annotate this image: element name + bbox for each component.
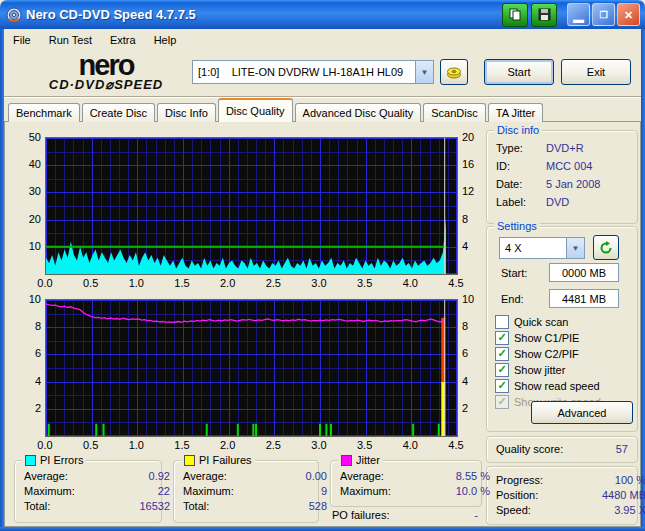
scan-speed-select[interactable]: 4 X ▼: [499, 237, 585, 259]
stat-label: Maximum:: [340, 485, 391, 497]
pi-errors-chart: 0.00.51.01.52.02.53.03.54.04.51020304050…: [8, 130, 480, 290]
tab-scandisc[interactable]: ScanDisc: [423, 103, 485, 122]
x-axis-tick: 1.0: [123, 439, 149, 451]
progress-value: 4480 MB: [602, 489, 645, 501]
menu-help[interactable]: Help: [145, 32, 186, 48]
tab-ta-jitter[interactable]: TA Jitter: [488, 103, 544, 122]
progress-rows: Progress:100 %Position:4480 MBSpeed:3.95…: [487, 467, 637, 516]
pi-errors-stats-title: PI Errors: [40, 454, 83, 466]
disc-info-value: DVD: [546, 196, 569, 208]
stat-label: Average:: [183, 470, 227, 482]
jitter-stats-rows: Average:8.55 %Maximum:10.0 %: [331, 461, 481, 497]
jitter-chart: 0.00.51.01.52.02.53.03.54.04.52468102468…: [8, 292, 480, 452]
window-title: Nero CD-DVD Speed 4.7.7.5: [26, 7, 499, 22]
exit-button[interactable]: Exit: [561, 59, 631, 85]
disc-info-row: Type:DVD+R: [487, 139, 637, 157]
x-axis-tick: 3.0: [306, 277, 332, 289]
y-axis-left-tick: 10: [15, 293, 41, 305]
disc-info-row: ID:MCC 004: [487, 157, 637, 175]
y-axis-right-tick: 4: [462, 375, 488, 387]
y-axis-left-tick: 2: [15, 402, 41, 414]
stat-label: Average:: [340, 470, 384, 482]
checkbox-quick-scan[interactable]: [495, 315, 509, 329]
start-button[interactable]: Start: [484, 59, 554, 85]
quality-score-value: 57: [616, 443, 628, 455]
checkbox-show-c2-pif[interactable]: ✓: [495, 347, 509, 361]
stat-value: 16532: [139, 500, 170, 512]
copy-icon: [509, 8, 522, 21]
x-axis-tick: 4.0: [397, 277, 423, 289]
tab-disc-quality[interactable]: Disc Quality: [218, 98, 293, 122]
progress-label: Position:: [496, 489, 538, 501]
y-axis-left-tick: 10: [15, 240, 41, 252]
app-window: Nero CD-DVD Speed 4.7.7.5 ▬ ❒ ✕ FileRun …: [0, 0, 645, 531]
checkbox-show-c1-pie[interactable]: ✓: [495, 331, 509, 345]
menu-run-test[interactable]: Run Test: [40, 32, 101, 48]
checkbox-row: ✓Show C1/PIE: [495, 331, 579, 345]
disc-info-label: Type:: [496, 142, 546, 154]
maximize-icon: ❒: [599, 10, 607, 20]
y-axis-left-tick: 8: [15, 320, 41, 332]
chevron-down-icon[interactable]: ▼: [566, 238, 584, 258]
x-axis-tick: 2.0: [215, 439, 241, 451]
jitter-stats-panel: Jitter Average:8.55 %Maximum:10.0 %: [330, 460, 482, 507]
stat-label: Maximum:: [183, 485, 234, 497]
close-icon: ✕: [624, 10, 633, 20]
stat-row: Maximum:10.0 %: [340, 485, 490, 497]
stat-row: Average:0.00: [183, 470, 327, 482]
settings-panel: Settings 4 X ▼ Start: 0000 MB End: 4481 …: [486, 226, 638, 432]
x-axis-tick: 0.0: [32, 277, 58, 289]
title-bar: Nero CD-DVD Speed 4.7.7.5 ▬ ❒ ✕: [0, 0, 645, 29]
minimize-icon: ▬: [573, 14, 584, 24]
y-axis-right-tick: 8: [462, 213, 488, 225]
drive-select[interactable]: [1:0] LITE-ON DVDRW LH-18A1H HL09 ▼: [192, 60, 434, 84]
refresh-button[interactable]: [593, 235, 619, 260]
checkbox-row: ✓Show read speed: [495, 379, 600, 393]
disc-info-rows: Type:DVD+RID:MCC 004Date:5 Jan 2008Label…: [487, 131, 637, 211]
checkbox-label: Quick scan: [514, 316, 568, 328]
tab-benchmark[interactable]: Benchmark: [8, 103, 80, 122]
stat-value: 8.55 %: [456, 470, 490, 482]
end-field[interactable]: 4481 MB: [549, 289, 619, 308]
jitter-stats-caption: Jitter: [338, 454, 383, 466]
stat-label: Total:: [183, 500, 209, 512]
y-axis-left-tick: 20: [15, 213, 41, 225]
stat-row: Maximum:22: [24, 485, 170, 497]
nero-logo: nero CD·DVD⌀SPEED: [22, 52, 190, 91]
menu-file[interactable]: File: [4, 32, 40, 48]
stat-value: 528: [309, 500, 327, 512]
refresh-icon: [599, 241, 613, 255]
x-axis-tick: 4.5: [443, 439, 469, 451]
start-field-value: 0000 MB: [562, 267, 606, 279]
x-axis-tick: 3.5: [352, 439, 378, 451]
y-axis-left-tick: 30: [15, 185, 41, 197]
tab-advanced-disc-quality[interactable]: Advanced Disc Quality: [295, 103, 422, 122]
chevron-down-icon[interactable]: ▼: [415, 61, 433, 83]
tab-disc-info[interactable]: Disc Info: [157, 103, 216, 122]
tab-create-disc[interactable]: Create Disc: [82, 103, 155, 122]
menu-extra[interactable]: Extra: [101, 32, 145, 48]
checkbox-row: Quick scan: [495, 315, 568, 329]
x-axis-tick: 0.5: [78, 439, 104, 451]
save-screenshot-button[interactable]: [531, 3, 557, 27]
advanced-button[interactable]: Advanced: [531, 401, 633, 424]
disc-info-label: Date:: [496, 178, 546, 190]
stat-value: 0.92: [149, 470, 170, 482]
eject-disc-icon: [446, 65, 462, 79]
close-button[interactable]: ✕: [617, 3, 640, 26]
stat-row: Total:16532: [24, 500, 170, 512]
eject-button[interactable]: [440, 59, 468, 85]
y-axis-right-tick: 8: [462, 320, 488, 332]
start-field[interactable]: 0000 MB: [549, 263, 619, 282]
progress-row: Speed:3.95 X: [496, 504, 645, 516]
start-field-label: Start:: [501, 267, 527, 279]
copy-to-clipboard-button[interactable]: [502, 3, 528, 27]
checkbox-show-read-speed[interactable]: ✓: [495, 379, 509, 393]
checkbox-show-jitter[interactable]: ✓: [495, 363, 509, 377]
minimize-button[interactable]: ▬: [567, 3, 590, 26]
y-axis-left-tick: 6: [15, 347, 41, 359]
y-axis-left-tick: 4: [15, 375, 41, 387]
maximize-button[interactable]: ❒: [592, 3, 615, 26]
pi-failures-stats-rows: Average:0.00Maximum:9Total:528: [174, 461, 318, 512]
checkbox-label: Show read speed: [514, 380, 600, 392]
